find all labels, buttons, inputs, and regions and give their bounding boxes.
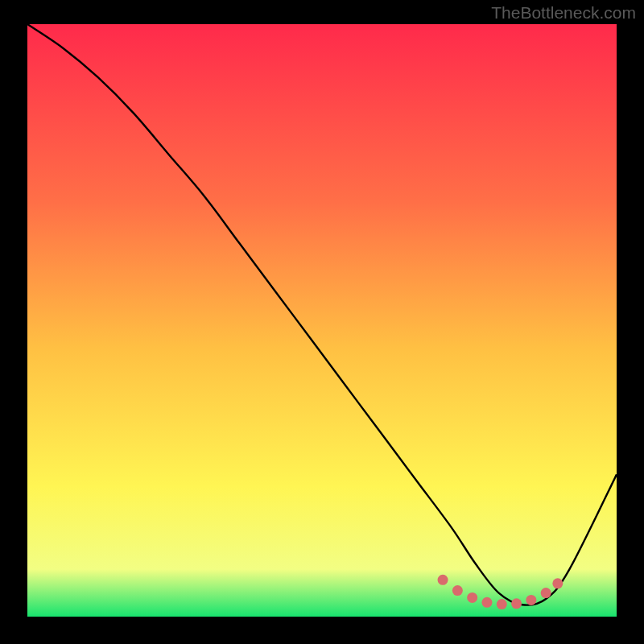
marker-dot <box>452 585 463 596</box>
marker-dot <box>497 599 507 609</box>
marker-dot <box>467 592 477 603</box>
marker-dot <box>481 597 492 608</box>
watermark-label: TheBottleneck.com <box>491 3 636 23</box>
chart-container: TheBottleneck.com <box>0 0 644 644</box>
plot-background <box>27 24 617 617</box>
marker-dot <box>526 595 536 605</box>
marker-dot <box>438 575 448 585</box>
marker-dot <box>511 598 522 609</box>
marker-dot <box>541 588 551 598</box>
marker-dot <box>552 578 563 588</box>
bottleneck-chart <box>0 0 644 644</box>
